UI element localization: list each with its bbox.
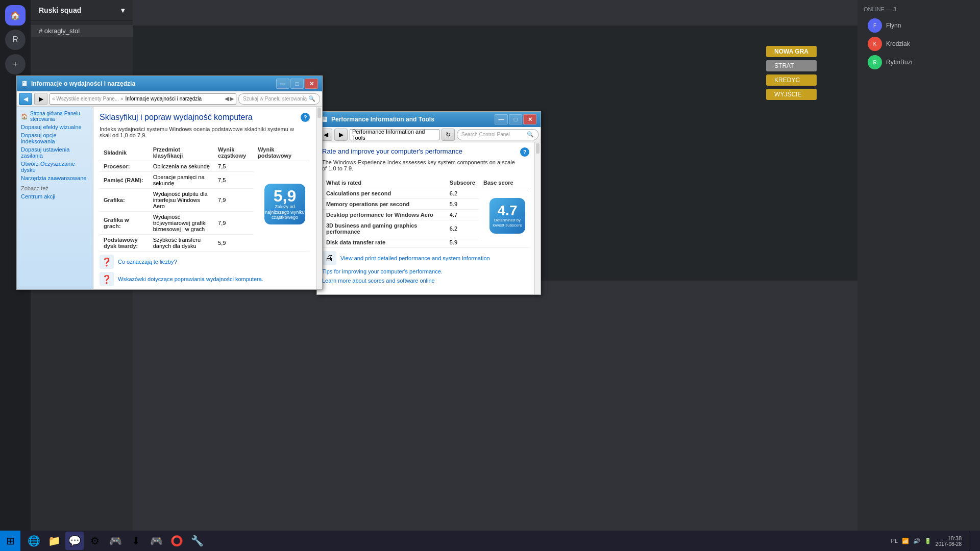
windows-logo: ⊞ <box>6 535 15 547</box>
members-sidebar: ONLINE — 3 F Flynn K Krodziak R RytmBuzi <box>857 0 980 531</box>
server-header[interactable]: Ruski squad ▾ <box>31 0 133 21</box>
start-button[interactable]: ⊞ <box>0 531 20 551</box>
address-current: Informacje wydajności i narzędzia <box>126 96 202 102</box>
polish-score-number: 5,9 <box>274 188 296 204</box>
polish-title-area: Sklasyfikuj i popraw wydajność komputera… <box>100 113 301 144</box>
taskbar-osu[interactable]: ⭕ <box>167 532 186 550</box>
english-base-score-cell: 4.7 Determined bylowest subscore <box>479 188 529 248</box>
sidebar-link-akcja[interactable]: Centrum akcji <box>21 193 89 199</box>
english-minimize-btn[interactable]: — <box>495 114 508 124</box>
english-main-content: Rate and improve your computer's perform… <box>317 142 534 294</box>
channel-item-okragly-stol[interactable]: # okragly_stol <box>31 25 133 37</box>
english-print-link[interactable]: View and print detailed performance and … <box>340 255 490 261</box>
polish-link-tips-text[interactable]: Wskazówki dotyczące poprawiania wydajnoś… <box>118 276 263 282</box>
taskbar-steam[interactable]: 🎮 <box>147 532 165 550</box>
table-row: Procesor: Obliczenia na sekundę 7,5 5,9 … <box>100 161 310 172</box>
sidebar-link-power[interactable]: Dopasuj ustawienia zasilania <box>21 146 89 159</box>
polish-base-score-cell: 5,9 Zależy od najniższego wyniku cząstko… <box>254 161 310 252</box>
english-close-btn[interactable]: ✕ <box>523 114 536 124</box>
new-game-button[interactable]: NOWA GRA <box>766 46 817 57</box>
polish-help-btn[interactable]: ? <box>301 113 310 122</box>
polish-address-bar[interactable]: « Wszystkie elementy Pane... » Informacj… <box>50 93 236 105</box>
english-titlebar: 🖥 Performance Information and Tools — □ … <box>317 112 541 127</box>
server-icon-2[interactable]: + <box>5 54 26 74</box>
search-icon: 🔍 <box>308 95 315 102</box>
start-button[interactable]: STRAT <box>766 60 817 71</box>
english-forward-btn[interactable]: ▶ <box>334 129 348 141</box>
member-avatar-flynn: F <box>868 18 882 33</box>
polish-back-btn[interactable]: ◀ <box>19 93 32 105</box>
polish-link-numbers: ❓ Co oznaczają te liczby? <box>100 255 310 269</box>
polish-scrollbar[interactable] <box>316 107 322 289</box>
address-nav-btns: ◀ ▶ <box>225 95 234 102</box>
polish-header-row: Sklasyfikuj i popraw wydajność komputera… <box>100 113 310 144</box>
english-subscore-3d: 6.2 <box>446 220 479 237</box>
english-table-area: What is rated Subscore Base score Calcul… <box>322 178 529 248</box>
member-name-rytmbuzi: RytmBuzi <box>886 59 912 66</box>
polish-window-title: Informacje o wydajności i narzędzia <box>31 80 276 87</box>
polish-minimize-btn[interactable]: — <box>276 79 289 89</box>
next-btn[interactable]: ▶ <box>230 95 234 102</box>
sidebar-link-index[interactable]: Dopasuj opcje indeksowania <box>21 132 89 144</box>
member-item-rytmbuzi[interactable]: R RytmBuzi <box>864 53 974 71</box>
english-maximize-btn[interactable]: □ <box>509 114 522 124</box>
polish-main-content: Sklasyfikuj i popraw wydajność komputera… <box>93 107 316 289</box>
search-icon: 🔍 <box>527 131 534 138</box>
polish-scroll-thumb <box>317 108 321 118</box>
polish-close-btn[interactable]: ✕ <box>305 79 318 89</box>
taskbar-utorrent[interactable]: ⬇ <box>127 532 145 550</box>
polish-score-caption: Zależy od najniższego wyniku cząstkowego <box>264 204 305 220</box>
taskbar-game[interactable]: 🎮 <box>106 532 125 550</box>
polish-link-numbers-text[interactable]: Co oznaczają te liczby? <box>118 259 177 265</box>
polish-table-area: Składnik Przedmiot klasyfikacji Wynik cz… <box>100 144 310 252</box>
member-item-flynn[interactable]: F Flynn <box>864 16 974 35</box>
polish-subject-dysk: Szybkość transferu danych dla dysku <box>149 235 214 252</box>
col-przedmiot: Przedmiot klasyfikacji <box>149 144 214 161</box>
english-help-btn[interactable]: ? <box>520 147 529 157</box>
polish-forward-btn[interactable]: ▶ <box>34 93 47 105</box>
server-icon-1[interactable]: R <box>5 30 26 50</box>
polish-subject-ram: Operacje pamięci na sekundę <box>149 172 214 189</box>
polish-page-title: Sklasyfikuj i popraw wydajność komputera <box>100 113 301 122</box>
english-refresh-btn[interactable]: ↻ <box>442 129 455 141</box>
english-search-bar[interactable]: Search Control Panel 🔍 <box>457 129 538 140</box>
english-subscore-memory: 5.9 <box>446 199 479 210</box>
english-row-disk: Disk data transfer rate <box>322 237 446 248</box>
sidebar-link-cleanup[interactable]: Otwórz Oczyszczanie dysku <box>21 161 89 173</box>
taskbar-app-misc[interactable]: ⚙ <box>86 532 104 550</box>
english-col-base: Base score <box>479 178 529 188</box>
sidebar-link-visual[interactable]: Dopasuj efekty wizualne <box>21 124 89 130</box>
polish-row-ram: Pamięć (RAM): <box>100 172 149 189</box>
desktop: 🏠 R + Ruski squad ▾ # okragly_stol ONLIN… <box>0 0 980 551</box>
exit-button[interactable]: WYJŚCIE <box>766 89 817 100</box>
sidebar-link-advanced[interactable]: Narzędzia zaawansowane <box>21 175 89 181</box>
polish-search-bar[interactable]: Szukaj w Panelu sterowania 🔍 <box>238 93 320 105</box>
sidebar-link-home[interactable]: 🏠 Strona główna Panelu sterowania <box>21 111 89 122</box>
window-english: 🖥 Performance Information and Tools — □ … <box>316 111 541 295</box>
taskbar-discord[interactable]: 💬 <box>65 532 84 550</box>
english-scrollbar[interactable] <box>534 142 541 294</box>
explorer-icon-polish: 🖥 <box>21 80 28 88</box>
taskbar-chrome[interactable]: 🌐 <box>24 532 43 550</box>
polish-maximize-btn[interactable]: □ <box>290 79 304 89</box>
english-address-bar[interactable]: Performance Information and Tools <box>350 129 439 140</box>
english-page-title: Rate and improve your computer's perform… <box>322 147 520 155</box>
taskbar-app9[interactable]: 🔧 <box>188 532 206 550</box>
prev-btn[interactable]: ◀ <box>225 95 229 102</box>
english-row-3d: 3D business and gaming graphics performa… <box>322 220 446 237</box>
polish-perf-table: Składnik Przedmiot klasyfikacji Wynik cz… <box>100 144 310 252</box>
english-scores-link[interactable]: Learn more about scores and software onl… <box>322 278 435 284</box>
show-desktop-btn[interactable] <box>968 532 972 550</box>
member-avatar-rytmbuzi: R <box>868 55 882 69</box>
tray-volume-icon: 🔊 <box>913 538 920 544</box>
discord-home-icon[interactable]: 🏠 <box>5 5 26 26</box>
tray-date: 2017-08-28 <box>936 541 962 547</box>
server-name: Ruski squad <box>39 6 81 14</box>
english-tips-link[interactable]: Tips for improving your computer's perfo… <box>322 268 443 274</box>
member-item-krodziak[interactable]: K Krodziak <box>864 35 974 53</box>
col-skladnik: Składnik <box>100 144 149 161</box>
taskbar-explorer[interactable]: 📁 <box>45 532 63 550</box>
polish-score-grafika-gry: 7,9 <box>214 212 254 235</box>
continue-button[interactable]: KREDYC <box>766 74 817 86</box>
channel-list: # okragly_stol <box>31 21 133 41</box>
